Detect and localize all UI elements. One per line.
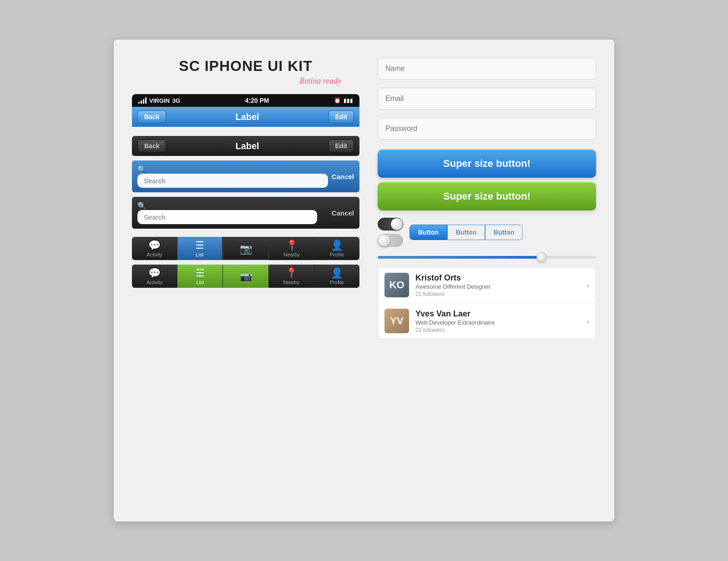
toggle-off[interactable] xyxy=(378,234,403,247)
alarm-icon: ⏰ xyxy=(334,97,341,104)
signal-bar-2 xyxy=(141,100,142,104)
search-bar-blue: 🔍 Cancel xyxy=(132,160,359,192)
user-desc-kristof: Awesome Different Designer xyxy=(415,283,580,290)
search-input-dark[interactable] xyxy=(137,210,317,224)
activity-label-2: Activity xyxy=(147,280,162,285)
list-icon-2: ☰ xyxy=(196,268,205,278)
tab-camera-1[interactable]: 📷 xyxy=(222,237,269,260)
profile-label-1: Profile xyxy=(330,252,344,257)
toggle-thumb-off xyxy=(378,235,390,246)
camera-icon-2: 📷 xyxy=(240,272,252,282)
avatar-kristof: KO xyxy=(384,273,409,297)
user-item-kristof[interactable]: KO Kristof Orts Awesome Different Design… xyxy=(378,267,596,303)
nav-back-button-blue[interactable]: Back xyxy=(137,110,166,123)
time-label: 4:20 PM xyxy=(245,97,269,104)
controls-row: Button Button Button xyxy=(378,215,596,250)
battery-icon: ▮▮▮ xyxy=(344,97,353,104)
camera-icon-1: 📷 xyxy=(240,244,252,254)
phone-frame-blue: VIRGIN 3G 4:20 PM ⏰ ▮▮▮ Back Label Edit xyxy=(132,94,359,131)
profile-label-2: Profile xyxy=(330,280,344,285)
user-desc-yves: Web Developer Extraordinaire xyxy=(415,319,580,326)
chevron-kristof: › xyxy=(586,280,589,291)
status-bar: VIRGIN 3G 4:20 PM ⏰ ▮▮▮ xyxy=(132,94,359,107)
nav-bar-blue: Back Label Edit xyxy=(132,107,359,127)
signal-bar-1 xyxy=(138,102,140,104)
search-cancel-dark[interactable]: Cancel xyxy=(332,209,354,217)
search-wrapper-blue: 🔍 xyxy=(137,165,328,188)
seg-btn-3[interactable]: Button xyxy=(485,225,523,240)
blue-super-button[interactable]: Super size button! xyxy=(378,150,596,178)
nearby-icon-2: 📍 xyxy=(285,268,298,278)
list-label-1: List xyxy=(196,252,203,257)
signal-bars xyxy=(138,97,147,104)
tab-nearby-2[interactable]: 📍 Nearby xyxy=(269,265,314,288)
toggle-on[interactable] xyxy=(378,218,403,230)
list-label-2: List xyxy=(196,280,204,285)
slider-track[interactable] xyxy=(378,256,596,259)
segmented-button-group: Button Button Button xyxy=(410,225,523,240)
tab-bar-1: 💬 Activity ☰ List 📷 📍 Nearby 👤 Profile xyxy=(132,237,359,260)
list-icon-1: ☰ xyxy=(195,240,204,250)
tab-camera-2[interactable]: 📷 xyxy=(223,265,268,288)
search-cancel-blue[interactable]: Cancel xyxy=(332,173,354,180)
slider-fill xyxy=(378,256,541,259)
search-bar-dark: 🔍 Cancel xyxy=(132,197,359,229)
profile-icon-2: 👤 xyxy=(331,268,343,278)
activity-icon-1: 💬 xyxy=(148,240,161,250)
user-list: KO Kristof Orts Awesome Different Design… xyxy=(378,267,596,339)
nav-edit-button-dark[interactable]: Edit xyxy=(329,140,354,152)
tab-bar-2: 💬 Activity ☰ List 📷 📍 Nearby 👤 Profile xyxy=(132,265,359,288)
left-column: SC IPHONE UI KIT Retina ready VIRGIN 3G … xyxy=(132,58,359,503)
nearby-label-2: Nearby xyxy=(283,280,299,285)
user-name-kristof: Kristof Orts xyxy=(415,273,580,283)
search-input-blue[interactable] xyxy=(137,174,328,188)
tab-list-1[interactable]: ☰ List xyxy=(177,237,223,260)
nearby-icon-1: 📍 xyxy=(286,240,298,250)
user-info-yves: Yves Van Laer Web Developer Extraordinai… xyxy=(415,309,580,333)
user-name-yves: Yves Van Laer xyxy=(415,309,580,319)
kit-subtitle: Retina ready xyxy=(132,76,359,86)
main-card: SC IPHONE UI KIT Retina ready VIRGIN 3G … xyxy=(114,40,614,521)
user-info-kristof: Kristof Orts Awesome Different Designer … xyxy=(415,273,580,297)
seg-btn-1[interactable]: Button xyxy=(410,225,447,240)
name-input[interactable] xyxy=(378,58,596,80)
tab-profile-2[interactable]: 👤 Profile xyxy=(314,265,359,288)
activity-label-1: Activity xyxy=(147,252,162,257)
user-followers-yves: 21 followers xyxy=(415,327,580,333)
tab-profile-1[interactable]: 👤 Profile xyxy=(314,237,359,260)
nav-edit-button-blue[interactable]: Edit xyxy=(329,110,354,123)
toggle-thumb-on xyxy=(391,218,403,230)
slider-row xyxy=(378,254,596,262)
seg-btn-2[interactable]: Button xyxy=(447,225,485,240)
signal-bar-3 xyxy=(143,99,144,104)
nearby-label-1: Nearby xyxy=(283,252,299,257)
signal-bar-4 xyxy=(145,97,147,104)
network-label: 3G xyxy=(172,97,180,104)
search-icon-dark: 🔍 xyxy=(137,202,147,210)
carrier-label: VIRGIN xyxy=(149,97,170,104)
green-super-button[interactable]: Super size button! xyxy=(378,182,596,210)
email-input[interactable] xyxy=(378,88,596,110)
avatar-yves: YV xyxy=(384,309,409,333)
slider-thumb[interactable] xyxy=(536,252,546,262)
user-item-yves[interactable]: YV Yves Van Laer Web Developer Extraordi… xyxy=(378,303,596,339)
nav-bar-dark: Back Label Edit xyxy=(132,136,359,156)
password-input[interactable] xyxy=(378,118,596,140)
kit-title: SC IPHONE UI KIT xyxy=(179,58,312,74)
nav-back-button-dark[interactable]: Back xyxy=(137,140,166,152)
right-column: Super size button! Super size button! Bu… xyxy=(378,58,596,503)
tab-activity-1[interactable]: 💬 Activity xyxy=(132,237,177,260)
profile-icon-1: 👤 xyxy=(331,240,343,250)
user-followers-kristof: 21 followers xyxy=(415,291,580,297)
chevron-yves: › xyxy=(586,316,589,326)
nav-title-blue: Label xyxy=(235,112,259,122)
tab-nearby-1[interactable]: 📍 Nearby xyxy=(269,237,315,260)
nav-title-dark: Label xyxy=(235,141,259,151)
tab-activity-2[interactable]: 💬 Activity xyxy=(132,265,177,288)
search-wrapper-dark: 🔍 xyxy=(137,201,328,224)
search-icon-blue: 🔍 xyxy=(137,165,147,173)
activity-icon-2: 💬 xyxy=(148,268,161,278)
tab-list-2[interactable]: ☰ List xyxy=(177,265,223,288)
toggles-column xyxy=(378,218,403,247)
